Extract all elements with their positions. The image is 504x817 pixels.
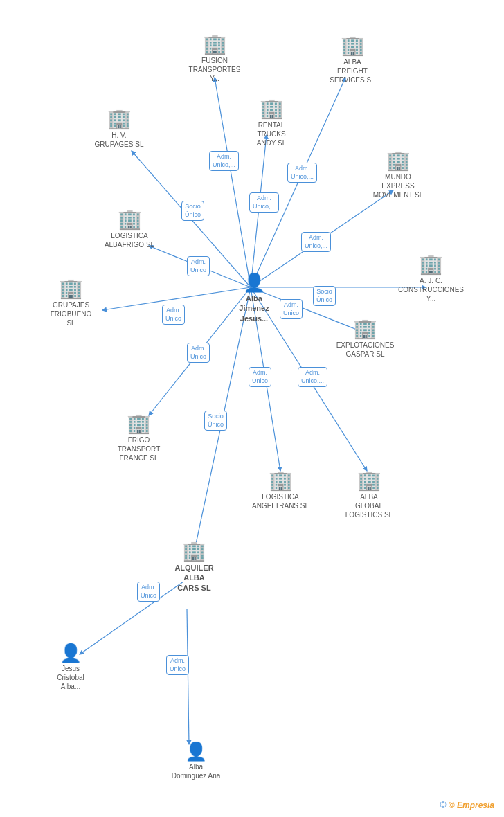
company-logistica-angel[interactable]: 🏢 LOGISTICAANGELTRANS SL — [249, 471, 312, 510]
company-alba-global[interactable]: 🏢 ALBAGLOBALLOGISTICS SL — [338, 471, 400, 519]
company-hv-grupages[interactable]: 🏢 H. V.GRUPAGES SL — [91, 109, 147, 149]
rental-trucks-label: RENTALTRUCKSANDY SL — [257, 120, 287, 147]
building-icon: 🏢 — [386, 151, 411, 170]
badge-adm-unico-11[interactable]: Adm.Unico — [137, 582, 160, 602]
company-alba-freight[interactable]: 🏢 ALBAFREIGHTSERVICES SL — [321, 36, 384, 84]
jesus-cristobal-label: JesusCristobalAlba... — [57, 664, 84, 691]
mundo-express-label: MUNDOEXPRESSMOVEMENT SL — [373, 172, 424, 199]
company-rental-trucks[interactable]: 🏢 RENTALTRUCKSANDY SL — [244, 99, 299, 147]
badge-adm-unico-4[interactable]: Adm.Unico,... — [301, 232, 331, 252]
company-grupajes-friobueno[interactable]: 🏢 GRUPAJESFRIOBUENOSL — [42, 279, 100, 327]
building-icon: 🏢 — [353, 319, 377, 339]
person-alba-dominguez[interactable]: 👤 AlbaDominguez Ana — [165, 742, 227, 780]
badge-socio-unico-2[interactable]: SocioÚnico — [313, 286, 336, 306]
company-explotaciones[interactable]: 🏢 EXPLOTACIONESGASPAR SL — [332, 319, 398, 359]
frigo-label: FRIGOTRANSPORTFRANCE SL — [118, 436, 161, 463]
building-icon: 🏢 — [59, 279, 83, 298]
badge-adm-unico-6[interactable]: Adm.Unico — [280, 299, 303, 319]
building-icon: 🏢 — [127, 414, 151, 433]
alba-freight-label: ALBAFREIGHTSERVICES SL — [330, 57, 375, 84]
person-icon: 👤 — [243, 273, 265, 291]
alquiler-alba-label: ALQUILERALBACARS SL — [174, 563, 213, 593]
company-mundo-express[interactable]: 🏢 MUNDOEXPRESSMOVEMENT SL — [367, 151, 429, 199]
person-icon: 👤 — [60, 644, 82, 662]
building-icon: 🏢 — [269, 471, 293, 490]
grupajes-friobueno-label: GRUPAJESFRIOBUENOSL — [51, 300, 91, 327]
center-person-label: Alba Jimenez Jesus... — [230, 294, 278, 323]
badge-adm-unico-12[interactable]: Adm.Unico — [166, 655, 189, 675]
badge-socio-unico-1[interactable]: SocioÚnico — [181, 201, 204, 221]
alba-global-label: ALBAGLOBALLOGISTICS SL — [345, 492, 393, 519]
person-icon: 👤 — [185, 742, 207, 760]
company-ajc[interactable]: 🏢 A. J. C.CONSTRUCCIONESY... — [398, 255, 464, 303]
explotaciones-label: EXPLOTACIONESGASPAR SL — [336, 341, 395, 359]
center-person-node[interactable]: 👤 Alba Jimenez Jesus... — [230, 273, 278, 323]
hv-grupages-label: H. V.GRUPAGES SL — [95, 131, 144, 149]
logistica-alba-label: LOGISTICAALBAFRIGO SL — [105, 231, 154, 249]
network-graph: 👤 Alba Jimenez Jesus... 🏢 FUSIONTRANSPOR… — [0, 0, 504, 817]
building-icon: 🏢 — [357, 471, 381, 490]
badge-adm-unico-8[interactable]: Adm.Unico — [187, 343, 210, 363]
building-icon: 🏢 — [419, 255, 443, 274]
building-icon: 🏢 — [118, 210, 142, 229]
badge-adm-unico-10[interactable]: Adm.Unico,... — [298, 367, 327, 387]
building-orange-icon: 🏢 — [182, 541, 206, 561]
company-alquiler-alba[interactable]: 🏢 ALQUILERALBACARS SL — [165, 541, 224, 593]
person-jesus-cristobal[interactable]: 👤 JesusCristobalAlba... — [43, 644, 98, 691]
badge-socio-unico-3[interactable]: SocioÚnico — [204, 411, 227, 431]
company-fusion[interactable]: 🏢 FUSIONTRANSPORTESY... — [187, 35, 242, 83]
badge-adm-unico-9[interactable]: Adm.Unico — [249, 367, 271, 387]
building-icon: 🏢 — [341, 36, 365, 55]
alba-dominguez-label: AlbaDominguez Ana — [172, 762, 221, 780]
badge-adm-unico-5[interactable]: Adm.Unico — [187, 256, 210, 276]
building-icon: 🏢 — [203, 35, 227, 54]
ajc-label: A. J. C.CONSTRUCCIONESY... — [398, 276, 464, 303]
badge-adm-unico-3[interactable]: Adm.Unico,... — [249, 192, 279, 213]
badge-adm-unico-1[interactable]: Adm.Unico,... — [209, 151, 239, 171]
badge-adm-unico-7[interactable]: Adm.Unico — [162, 305, 185, 325]
logistica-angel-label: LOGISTICAANGELTRANS SL — [252, 492, 309, 510]
svg-line-14 — [187, 609, 189, 744]
company-logistica-alba[interactable]: 🏢 LOGISTICAALBAFRIGO SL — [102, 210, 157, 249]
fusion-label: FUSIONTRANSPORTESY... — [189, 56, 241, 83]
building-icon: 🏢 — [260, 99, 284, 118]
badge-adm-unico-2[interactable]: Adm.Unico,... — [287, 163, 317, 183]
building-icon: 🏢 — [107, 109, 132, 129]
watermark: © © Empresia — [440, 800, 494, 810]
company-frigo-transport[interactable]: 🏢 FRIGOTRANSPORTFRANCE SL — [109, 414, 168, 463]
